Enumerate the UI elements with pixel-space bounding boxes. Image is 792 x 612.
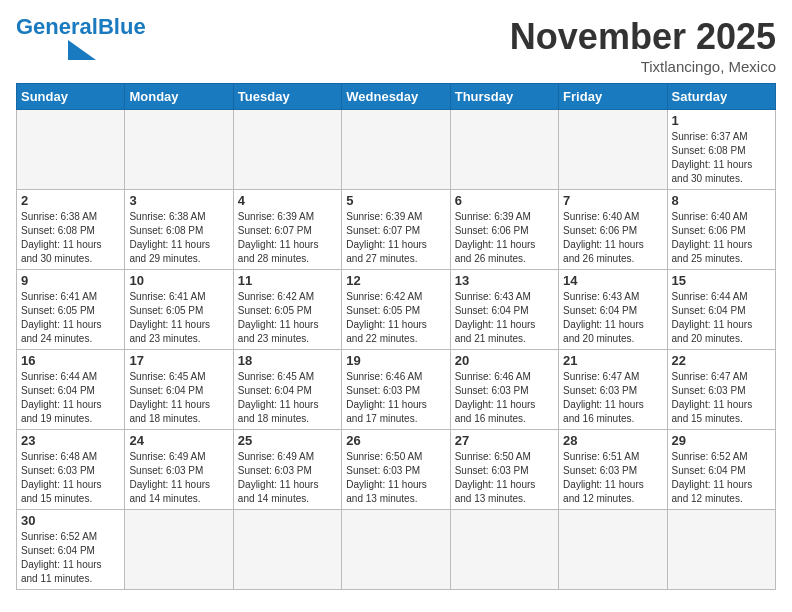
calendar-cell: 10Sunrise: 6:41 AM Sunset: 6:05 PM Dayli… <box>125 270 233 350</box>
calendar-cell: 13Sunrise: 6:43 AM Sunset: 6:04 PM Dayli… <box>450 270 558 350</box>
calendar-cell: 28Sunrise: 6:51 AM Sunset: 6:03 PM Dayli… <box>559 430 667 510</box>
calendar-cell <box>233 110 341 190</box>
logo: GeneralBlue <box>16 16 146 60</box>
calendar-cell <box>342 110 450 190</box>
calendar-cell: 23Sunrise: 6:48 AM Sunset: 6:03 PM Dayli… <box>17 430 125 510</box>
day-info: Sunrise: 6:44 AM Sunset: 6:04 PM Dayligh… <box>21 370 120 426</box>
day-info: Sunrise: 6:37 AM Sunset: 6:08 PM Dayligh… <box>672 130 771 186</box>
col-header-monday: Monday <box>125 84 233 110</box>
day-info: Sunrise: 6:52 AM Sunset: 6:04 PM Dayligh… <box>21 530 120 586</box>
logo-text: GeneralBlue <box>16 16 146 38</box>
calendar-cell: 5Sunrise: 6:39 AM Sunset: 6:07 PM Daylig… <box>342 190 450 270</box>
day-number: 6 <box>455 193 554 208</box>
col-header-sunday: Sunday <box>17 84 125 110</box>
col-header-saturday: Saturday <box>667 84 775 110</box>
page-header: GeneralBlue November 2025 Tixtlancingo, … <box>16 16 776 75</box>
calendar-cell <box>17 110 125 190</box>
day-info: Sunrise: 6:48 AM Sunset: 6:03 PM Dayligh… <box>21 450 120 506</box>
day-number: 15 <box>672 273 771 288</box>
day-number: 1 <box>672 113 771 128</box>
title-block: November 2025 Tixtlancingo, Mexico <box>510 16 776 75</box>
day-number: 8 <box>672 193 771 208</box>
day-number: 30 <box>21 513 120 528</box>
calendar-cell: 9Sunrise: 6:41 AM Sunset: 6:05 PM Daylig… <box>17 270 125 350</box>
day-number: 16 <box>21 353 120 368</box>
day-number: 13 <box>455 273 554 288</box>
day-info: Sunrise: 6:42 AM Sunset: 6:05 PM Dayligh… <box>346 290 445 346</box>
day-number: 5 <box>346 193 445 208</box>
calendar-cell: 29Sunrise: 6:52 AM Sunset: 6:04 PM Dayli… <box>667 430 775 510</box>
calendar-cell: 8Sunrise: 6:40 AM Sunset: 6:06 PM Daylig… <box>667 190 775 270</box>
location: Tixtlancingo, Mexico <box>510 58 776 75</box>
day-number: 14 <box>563 273 662 288</box>
calendar-header-row: SundayMondayTuesdayWednesdayThursdayFrid… <box>17 84 776 110</box>
calendar-cell: 15Sunrise: 6:44 AM Sunset: 6:04 PM Dayli… <box>667 270 775 350</box>
calendar-week-6: 30Sunrise: 6:52 AM Sunset: 6:04 PM Dayli… <box>17 510 776 590</box>
calendar-cell <box>450 510 558 590</box>
day-number: 26 <box>346 433 445 448</box>
day-info: Sunrise: 6:44 AM Sunset: 6:04 PM Dayligh… <box>672 290 771 346</box>
day-number: 20 <box>455 353 554 368</box>
col-header-friday: Friday <box>559 84 667 110</box>
month-title: November 2025 <box>510 16 776 58</box>
calendar-week-2: 2Sunrise: 6:38 AM Sunset: 6:08 PM Daylig… <box>17 190 776 270</box>
day-number: 7 <box>563 193 662 208</box>
calendar-cell: 4Sunrise: 6:39 AM Sunset: 6:07 PM Daylig… <box>233 190 341 270</box>
calendar-cell: 7Sunrise: 6:40 AM Sunset: 6:06 PM Daylig… <box>559 190 667 270</box>
day-number: 2 <box>21 193 120 208</box>
calendar-cell <box>342 510 450 590</box>
col-header-thursday: Thursday <box>450 84 558 110</box>
calendar-week-4: 16Sunrise: 6:44 AM Sunset: 6:04 PM Dayli… <box>17 350 776 430</box>
day-number: 29 <box>672 433 771 448</box>
calendar-cell: 17Sunrise: 6:45 AM Sunset: 6:04 PM Dayli… <box>125 350 233 430</box>
calendar-cell: 25Sunrise: 6:49 AM Sunset: 6:03 PM Dayli… <box>233 430 341 510</box>
day-number: 25 <box>238 433 337 448</box>
calendar-cell: 24Sunrise: 6:49 AM Sunset: 6:03 PM Dayli… <box>125 430 233 510</box>
calendar-week-1: 1Sunrise: 6:37 AM Sunset: 6:08 PM Daylig… <box>17 110 776 190</box>
day-number: 27 <box>455 433 554 448</box>
day-number: 9 <box>21 273 120 288</box>
calendar-cell <box>233 510 341 590</box>
calendar-week-3: 9Sunrise: 6:41 AM Sunset: 6:05 PM Daylig… <box>17 270 776 350</box>
calendar-cell <box>125 510 233 590</box>
day-info: Sunrise: 6:47 AM Sunset: 6:03 PM Dayligh… <box>563 370 662 426</box>
calendar-cell: 2Sunrise: 6:38 AM Sunset: 6:08 PM Daylig… <box>17 190 125 270</box>
day-info: Sunrise: 6:38 AM Sunset: 6:08 PM Dayligh… <box>21 210 120 266</box>
calendar-cell: 11Sunrise: 6:42 AM Sunset: 6:05 PM Dayli… <box>233 270 341 350</box>
logo-icon <box>16 38 96 60</box>
calendar-cell: 26Sunrise: 6:50 AM Sunset: 6:03 PM Dayli… <box>342 430 450 510</box>
calendar-cell <box>667 510 775 590</box>
day-number: 11 <box>238 273 337 288</box>
day-info: Sunrise: 6:49 AM Sunset: 6:03 PM Dayligh… <box>129 450 228 506</box>
day-number: 19 <box>346 353 445 368</box>
day-info: Sunrise: 6:45 AM Sunset: 6:04 PM Dayligh… <box>238 370 337 426</box>
calendar-week-5: 23Sunrise: 6:48 AM Sunset: 6:03 PM Dayli… <box>17 430 776 510</box>
calendar-cell: 14Sunrise: 6:43 AM Sunset: 6:04 PM Dayli… <box>559 270 667 350</box>
calendar-cell <box>559 110 667 190</box>
calendar-cell: 18Sunrise: 6:45 AM Sunset: 6:04 PM Dayli… <box>233 350 341 430</box>
day-info: Sunrise: 6:49 AM Sunset: 6:03 PM Dayligh… <box>238 450 337 506</box>
day-info: Sunrise: 6:51 AM Sunset: 6:03 PM Dayligh… <box>563 450 662 506</box>
calendar-cell: 27Sunrise: 6:50 AM Sunset: 6:03 PM Dayli… <box>450 430 558 510</box>
logo-blue: Blue <box>98 14 146 39</box>
calendar-cell: 21Sunrise: 6:47 AM Sunset: 6:03 PM Dayli… <box>559 350 667 430</box>
calendar-cell <box>559 510 667 590</box>
calendar-cell: 3Sunrise: 6:38 AM Sunset: 6:08 PM Daylig… <box>125 190 233 270</box>
day-info: Sunrise: 6:42 AM Sunset: 6:05 PM Dayligh… <box>238 290 337 346</box>
day-number: 22 <box>672 353 771 368</box>
logo-general: General <box>16 14 98 39</box>
calendar-cell <box>450 110 558 190</box>
day-info: Sunrise: 6:50 AM Sunset: 6:03 PM Dayligh… <box>346 450 445 506</box>
day-number: 12 <box>346 273 445 288</box>
calendar-cell: 16Sunrise: 6:44 AM Sunset: 6:04 PM Dayli… <box>17 350 125 430</box>
day-info: Sunrise: 6:39 AM Sunset: 6:07 PM Dayligh… <box>346 210 445 266</box>
calendar-table: SundayMondayTuesdayWednesdayThursdayFrid… <box>16 83 776 590</box>
day-info: Sunrise: 6:40 AM Sunset: 6:06 PM Dayligh… <box>563 210 662 266</box>
day-info: Sunrise: 6:47 AM Sunset: 6:03 PM Dayligh… <box>672 370 771 426</box>
day-info: Sunrise: 6:50 AM Sunset: 6:03 PM Dayligh… <box>455 450 554 506</box>
col-header-tuesday: Tuesday <box>233 84 341 110</box>
day-info: Sunrise: 6:46 AM Sunset: 6:03 PM Dayligh… <box>455 370 554 426</box>
calendar-cell: 22Sunrise: 6:47 AM Sunset: 6:03 PM Dayli… <box>667 350 775 430</box>
day-info: Sunrise: 6:43 AM Sunset: 6:04 PM Dayligh… <box>455 290 554 346</box>
day-number: 24 <box>129 433 228 448</box>
